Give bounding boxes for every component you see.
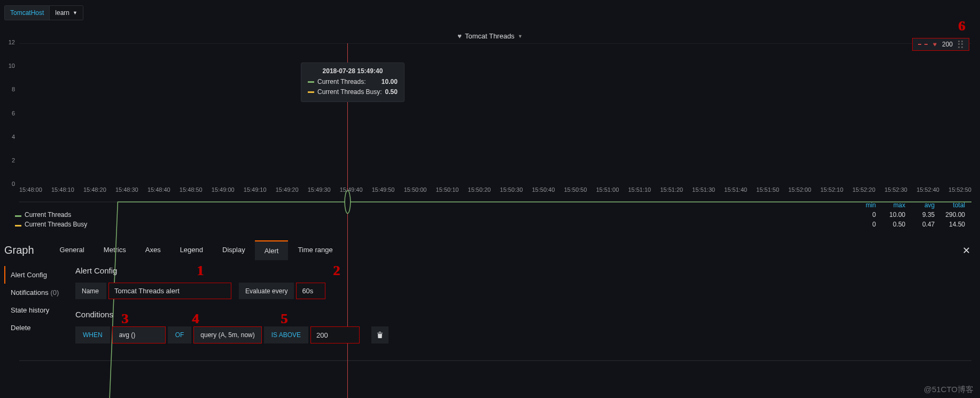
name-label: Name [75,283,106,299]
template-variable-bar: TomcatHost learn ▼ [0,0,980,20]
sidebar-item-alert-config[interactable]: Alert Config [5,266,66,284]
trash-icon [377,331,383,339]
of-keyword: OF [168,326,192,344]
side-tabs: Alert ConfigNotifications (0)State histo… [4,266,66,354]
sidebar-item-state-history[interactable]: State history [5,301,66,319]
heart-icon: ♥ [457,32,462,40]
template-variable-label: TomcatHost [5,6,50,20]
threshold-value: 200 [942,41,953,48]
threshold-indicator[interactable]: ♥ 200 [912,38,969,51]
query-select[interactable]: query (A, 5m, now) [193,326,261,344]
template-variable-value[interactable]: learn ▼ [50,6,83,20]
evaluate-every-input[interactable] [296,283,325,299]
alert-config-title: Alert Config [75,266,976,275]
template-variable-value-text: learn [55,9,69,17]
graph-panel: 6 ♥ Tomcat Threads ▼ ♥ 200 024681012 201… [4,30,976,229]
conditions-title: Conditions [75,310,976,319]
y-axis-labels: 024681012 [4,42,17,184]
condition-row: WHEN avg () OF query (A, 5m, now) IS ABO… [75,326,976,344]
sidebar-item-delete[interactable]: Delete [5,319,66,337]
x-axis-labels: 15:48:0015:48:1015:48:2015:48:3015:48:40… [19,186,971,197]
chart-area[interactable]: 024681012 2018-07-28 15:49:40 Current Th… [4,42,976,197]
caret-down-icon: ▼ [73,10,77,15]
is-above-keyword[interactable]: IS ABOVE [264,326,308,344]
alert-config-area: Alert ConfigNotifications (0)State histo… [0,261,980,360]
panel-title-text: Tomcat Threads [465,32,515,40]
sidebar-item-notifications[interactable]: Notifications (0) [5,284,66,301]
reducer-select[interactable]: avg () [112,326,166,344]
threshold-dash-icon [918,44,928,45]
grip-icon [958,41,963,48]
heart-break-icon: ♥ [933,41,937,48]
alert-name-row: Name Evaluate every [75,283,976,299]
evaluate-every-label: Evaluate every [239,283,294,299]
caret-down-icon: ▼ [518,34,523,39]
when-keyword: WHEN [75,326,110,344]
template-variable[interactable]: TomcatHost learn ▼ [4,5,83,20]
alert-form: 1 2 3 4 5 Alert Config Name Evaluate eve… [66,266,976,354]
delete-condition-button[interactable] [371,326,388,344]
tooltip-time: 2018-07-28 15:49:40 [308,67,398,75]
panel-title[interactable]: ♥ Tomcat Threads ▼ [4,30,976,42]
watermark: @51CTO博客 [924,385,974,395]
threshold-input[interactable] [310,326,360,344]
alert-name-input[interactable] [108,283,231,299]
chart-tooltip: 2018-07-28 15:49:40 Current Threads:10.0… [301,63,405,102]
